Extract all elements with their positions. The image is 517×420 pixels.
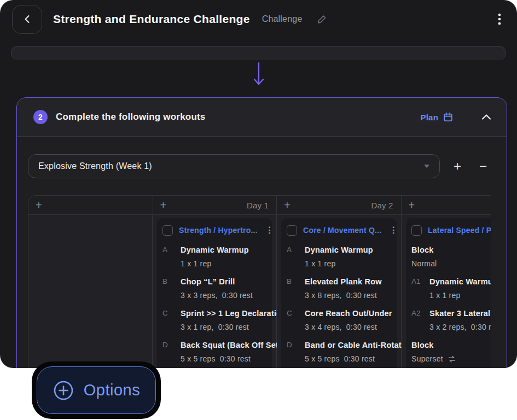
challenge-type-label: Challenge xyxy=(262,14,303,24)
workout-card[interactable]: Lateral Speed / Ply ⋮ Block Normal xyxy=(406,218,491,368)
exercise-detail: 3 x 8 reps, 0:30 rest xyxy=(305,291,391,300)
options-label: Options xyxy=(84,381,140,399)
workout-title: Core / Movement Q... xyxy=(303,226,381,235)
workout-kebab-icon[interactable]: ⋮ xyxy=(387,226,399,235)
board-column-day3: Lateral Speed / Ply ⋮ Block Normal xyxy=(402,215,491,368)
week-selector-row: Explosive Strength (Week 1) + − xyxy=(28,154,494,178)
chevron-down-icon xyxy=(424,165,429,168)
exercise-row: D Band or Cable Anti-Rotati... 5 x 5 rep… xyxy=(287,340,391,364)
exercise-label: D xyxy=(287,340,305,364)
day-label: Day 2 xyxy=(371,201,393,210)
exercise-label: B xyxy=(287,277,305,300)
exercise-name: Core Reach Out/Under xyxy=(305,309,392,318)
workout-card-header: Core / Movement Q... ⋮ xyxy=(287,225,391,236)
exercise-detail: 3 x 4 reps, 0:30 rest xyxy=(305,323,392,332)
exercise-label: B xyxy=(162,277,181,300)
exercise-label: A xyxy=(162,245,181,269)
board-header-cell: + xyxy=(402,196,491,214)
collapse-step-button[interactable] xyxy=(481,114,491,120)
chevron-left-icon xyxy=(22,14,32,24)
step-title: Complete the following workouts xyxy=(56,112,205,122)
exercise-label: C xyxy=(287,308,305,332)
exercise-row: B Elevated Plank Row 3 x 8 reps, 0:30 re… xyxy=(287,277,391,300)
add-workout-button[interactable]: + xyxy=(36,200,42,211)
workout-kebab-icon[interactable]: ⋮ xyxy=(264,226,276,235)
exercise-list: A Dynamic Warmup 1 x 1 rep B Elevated Pl… xyxy=(287,245,391,364)
add-week-button[interactable]: + xyxy=(446,155,468,177)
exercise-label: D xyxy=(162,340,181,364)
exercise-name: Chop “L” Drill xyxy=(181,277,235,286)
workout-checkbox[interactable] xyxy=(162,225,173,236)
board-column-empty xyxy=(28,215,153,368)
exercise-name: Back Squat (Back Off Set) xyxy=(181,341,281,349)
page-title: Strength and Endurance Challenge xyxy=(53,13,250,26)
workout-card[interactable]: Core / Movement Q... ⋮ A Dynamic Warmup … xyxy=(281,218,397,368)
workout-checkbox[interactable] xyxy=(411,225,422,236)
board-header-cell: + Day 1 xyxy=(153,196,277,214)
plan-button[interactable]: Plan xyxy=(421,112,453,122)
exercise-detail: 3 x 2 reps, 0:30 re xyxy=(429,323,491,332)
exercise-detail: 1 x 1 rep xyxy=(181,259,266,269)
exercise-label: A2 xyxy=(411,308,429,332)
exercise-row: A1 Dynamic Warmup 1 x 1 rep xyxy=(411,277,491,300)
options-button[interactable]: Options xyxy=(32,361,161,419)
top-bar: Strength and Endurance Challenge Challen… xyxy=(0,0,517,38)
exercise-row: A Dynamic Warmup 1 x 1 rep xyxy=(162,245,266,269)
exercise-row: C Sprint >> 1 Leg Declarations 3 x 1 rep… xyxy=(162,308,266,332)
workout-board: + + Day 1 + Day 2 + xyxy=(28,195,491,368)
cycle-icon xyxy=(448,355,456,363)
step-2-card: 2 Complete the following workouts Plan xyxy=(16,97,507,368)
pencil-icon xyxy=(317,14,327,25)
options-button-inner: Options xyxy=(37,366,156,414)
exercise-name: Dynamic Warmup xyxy=(181,246,249,254)
block-row: Block Normal xyxy=(411,245,491,269)
block-type-label: Superset xyxy=(411,354,443,364)
back-button[interactable] xyxy=(12,5,42,34)
exercise-label: C xyxy=(162,308,181,332)
board-column-day1: Strength / Hypertro... ⋮ A Dynamic Warmu… xyxy=(153,215,277,368)
exercise-detail: 1 x 1 rep xyxy=(429,291,491,300)
exercise-detail: 3 x 1 rep, 0:30 rest xyxy=(181,323,291,332)
add-workout-button[interactable]: + xyxy=(284,200,291,211)
exercise-detail: 3 x 3 reps, 0:30 rest xyxy=(181,291,266,300)
calendar-icon xyxy=(443,112,453,122)
exercise-list: A Dynamic Warmup 1 x 1 rep B Chop “L” Dr… xyxy=(162,245,266,364)
week-select[interactable]: Explosive Strength (Week 1) xyxy=(28,154,440,178)
previous-step-card[interactable] xyxy=(11,46,506,60)
workout-card-header: Strength / Hypertro... ⋮ xyxy=(162,225,266,236)
plan-label: Plan xyxy=(421,113,438,122)
exercise-list: Block Normal A1 Dynamic Warmup 1 x 1 rep xyxy=(411,245,491,364)
workout-card-header: Lateral Speed / Ply ⋮ xyxy=(411,225,491,236)
chevron-up-icon xyxy=(481,114,491,120)
workout-checkbox[interactable] xyxy=(287,225,297,236)
board-body-row: Strength / Hypertro... ⋮ A Dynamic Warmu… xyxy=(28,215,491,368)
exercise-row: C Core Reach Out/Under 3 x 4 reps, 0:30 … xyxy=(287,308,391,332)
arrow-down-icon xyxy=(252,61,266,89)
exercise-name: Dynamic Warmup xyxy=(305,246,373,254)
board-table: + + Day 1 + Day 2 + xyxy=(28,195,491,368)
step-number-badge: 2 xyxy=(33,110,48,124)
exercise-detail: 1 x 1 rep xyxy=(305,259,391,269)
workout-title: Strength / Hypertro... xyxy=(179,226,258,235)
step-header: 2 Complete the following workouts Plan xyxy=(17,98,507,137)
exercise-row: B Chop “L” Drill 3 x 3 reps, 0:30 rest xyxy=(162,277,266,300)
board-column-day2: Core / Movement Q... ⋮ A Dynamic Warmup … xyxy=(277,215,402,368)
block-type: Superset xyxy=(411,354,491,364)
remove-week-button[interactable]: − xyxy=(472,155,494,177)
header-kebab-menu[interactable] xyxy=(495,10,504,28)
exercise-name: Band or Cable Anti-Rotati... xyxy=(305,341,411,349)
exercise-name: Skater 3 Lateral Ho xyxy=(429,309,491,318)
board-header-cell: + Day 2 xyxy=(277,196,402,214)
board-header-row: + + Day 1 + Day 2 + xyxy=(28,196,491,215)
app-window: Strength and Endurance Challenge Challen… xyxy=(0,0,517,368)
exercise-row: D Back Squat (Back Off Set) 5 x 5 reps 0… xyxy=(162,340,266,364)
workout-card[interactable]: Strength / Hypertro... ⋮ A Dynamic Warmu… xyxy=(157,218,272,368)
exercise-name: Sprint >> 1 Leg Declarations xyxy=(181,309,291,318)
plus-circle-icon xyxy=(53,380,74,401)
exercise-detail: 5 x 5 reps 0:30 rest xyxy=(305,354,411,364)
add-workout-button[interactable]: + xyxy=(160,200,167,211)
add-workout-button[interactable]: + xyxy=(409,200,415,211)
block-row: Block Superset xyxy=(411,340,491,364)
block-type: Normal xyxy=(411,259,491,269)
edit-title-button[interactable] xyxy=(317,14,327,25)
